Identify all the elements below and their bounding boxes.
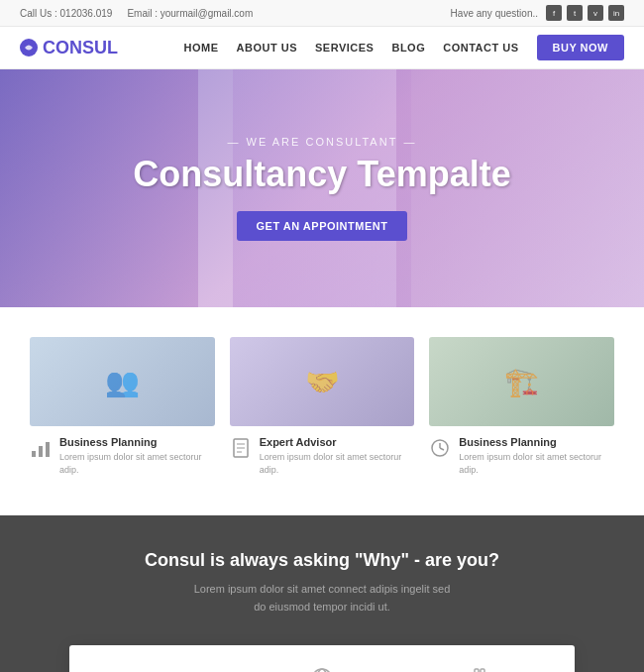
service-text-3: Business Planning Lorem ipsum dolor sit … [459,436,614,476]
service-desc-3: Lorem ipsum dolor sit amet sectorur adip… [459,451,614,476]
service-title-3: Business Planning [459,436,614,448]
question-text: Have any question.. [451,8,538,19]
top-bar: Call Us : 012036.019 Email : yourmail@gm… [0,0,644,27]
facebook-icon[interactable]: f [546,5,562,21]
dark-section-text: Lorem ipsum dolor sit amet connect adipi… [20,581,624,616]
hero-subtitle: WE ARE CONSULTANT [133,136,510,148]
top-bar-right: Have any question.. f t v in [451,5,624,21]
service-desc-1: Lorem ipsum dolor sit amet sectorur adip… [59,451,215,476]
service-card-1: 👥 Business Planning Lorem ipsum dolor si… [30,337,215,476]
main-nav: HOME ABOUT US SERVICES BLOG CONTACT US B… [184,35,624,60]
service-desc-2: Lorem ipsum dolor sit amet sectorur adip… [260,451,415,476]
service-info-2: Expert Advisor Lorem ipsum dolor sit ame… [230,436,415,476]
layers-icon [467,665,494,672]
clock-icon [429,437,451,459]
nav-services[interactable]: SERVICES [315,42,374,54]
logo-icon [20,39,38,56]
stat-item-3: 900+ YEARS OF BUSINESS [425,665,535,672]
hero-section: WE ARE CONSULTANT Consultancy Tempalte G… [0,69,644,307]
stat-item-1: 20 + YEARS OF BUSINESS [109,665,219,672]
dark-text-line2: do eiusmod tempor incidi ut. [254,601,390,613]
services-grid: 👥 Business Planning Lorem ipsum dolor si… [30,337,614,476]
chart-icon [30,437,52,459]
social-icons: f t v in [546,5,624,21]
nav-blog[interactable]: BLOG [391,42,425,54]
stats-card: 20 + YEARS OF BUSINESS 500 + 60 YEARS OF… [69,645,575,672]
logo-text: CONSUL [43,38,118,58]
nav-home[interactable]: HOME [184,42,219,54]
services-section: 👥 Business Planning Lorem ipsum dolor si… [0,307,644,515]
service-title-1: Business Planning [59,436,215,448]
service-card-3: 🏗️ Business Planning Lorem ipsum dolor s… [429,337,614,476]
bar-chart-icon [150,665,177,672]
svg-rect-2 [39,446,43,457]
service-image-2: 🤝 [230,337,415,426]
buy-now-button[interactable]: BUY NOW [537,35,624,60]
svg-rect-1 [32,451,36,457]
service-text-1: Business Planning Lorem ipsum dolor sit … [59,436,215,476]
nav-contact[interactable]: CONTACT US [443,42,518,54]
linkedin-icon[interactable]: in [608,5,624,21]
service-image-1: 👥 [30,337,215,426]
service-text-2: Expert Advisor Lorem ipsum dolor sit ame… [260,436,415,476]
svg-line-10 [440,448,444,450]
service-card-2: 🤝 Expert Advisor Lorem ipsum dolor sit a… [230,337,415,476]
stat-item-2: 500 + 60 YEARS OF BUSINESS [260,665,384,672]
service-info-3: Business Planning Lorem ipsum dolor sit … [429,436,614,476]
dark-text-line1: Lorem ipsum dolor sit amet connect adipi… [194,583,451,595]
svg-rect-3 [46,442,50,457]
stat-icon-3 [467,665,494,672]
stat-icon-1 [150,665,177,672]
service-info-1: Business Planning Lorem ipsum dolor sit … [30,436,215,476]
hero-title: Consultancy Tempalte [133,154,510,195]
document-icon [230,437,252,459]
service-title-2: Expert Advisor [260,436,415,448]
globe-icon [308,665,336,672]
dark-section-title: Consul is always asking "Why" - are you? [20,550,624,571]
email-text: Email : yourmail@gmail.com [127,8,253,19]
dark-section: Consul is always asking "Why" - are you?… [0,515,644,672]
nav-about[interactable]: ABOUT US [237,42,297,54]
service-img-inner-1: 👥 [30,337,215,426]
hero-content: WE ARE CONSULTANT Consultancy Tempalte G… [133,136,510,241]
twitter-icon[interactable]: t [567,5,583,21]
appointment-button[interactable]: GET AN APPOINTMENT [237,211,408,241]
stat-icon-2 [308,665,336,672]
top-bar-contact: Call Us : 012036.019 Email : yourmail@gm… [20,8,253,19]
vimeo-icon[interactable]: v [588,5,603,21]
service-image-3: 🏗️ [429,337,614,426]
service-img-inner-3: 🏗️ [429,337,614,426]
phone-text: Call Us : 012036.019 [20,8,112,19]
service-img-inner-2: 🤝 [230,337,415,426]
logo[interactable]: CONSUL [20,38,118,58]
header: CONSUL HOME ABOUT US SERVICES BLOG CONTA… [0,27,644,69]
